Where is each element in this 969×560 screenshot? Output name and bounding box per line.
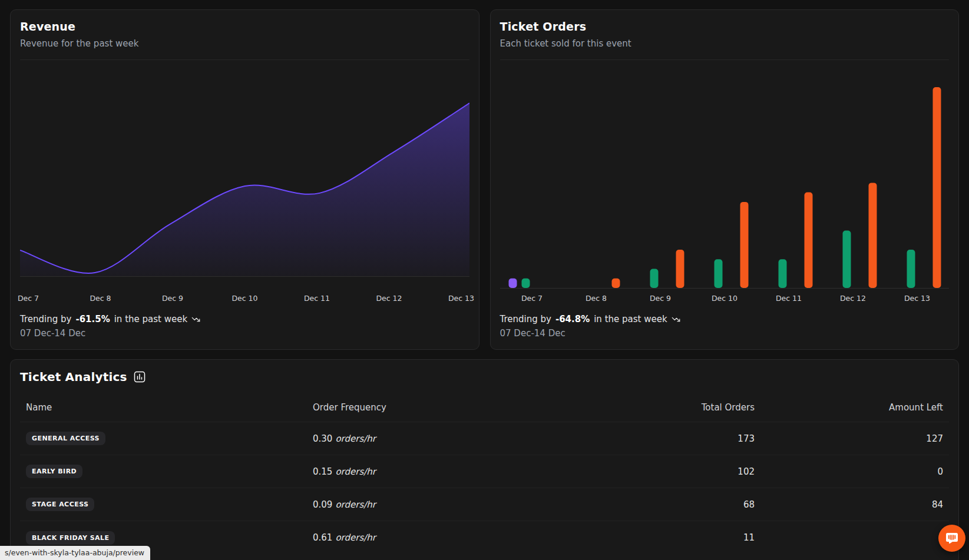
revenue-trend-text: Trending by -61.5% in the past week	[20, 313, 469, 326]
ticket-orders-date-range: 07 Dec-14 Dec	[500, 327, 950, 340]
x-axis-label: Dec 11	[776, 294, 802, 303]
revenue-area-chart	[20, 59, 469, 277]
ticket-analytics-header: Ticket Analytics	[20, 369, 949, 385]
x-axis-label: Dec 8	[586, 294, 607, 303]
trend-value: -61.5%	[75, 313, 110, 326]
x-axis-label: Dec 9	[650, 294, 671, 303]
total-orders-value: 173	[578, 433, 755, 444]
column-header-name: Name	[26, 402, 313, 413]
link-preview-status-bar: s/even-with-skyla-tylaa-abuja/preview	[0, 546, 150, 560]
trend-suffix: in the past week	[114, 313, 187, 326]
total-orders-value: 11	[578, 532, 755, 543]
chat-launcher-button[interactable]	[938, 525, 965, 552]
total-orders-value: 68	[578, 499, 755, 510]
ticket-orders-card: Ticket Orders Each ticket sold for this …	[490, 9, 960, 350]
order-frequency-value: 0.09	[313, 499, 332, 510]
order-frequency-unit: orders/hr	[335, 433, 376, 444]
revenue-date-range: 07 Dec-14 Dec	[20, 327, 469, 340]
ticket-name-badge: GENERAL ACCESS	[26, 432, 105, 445]
amount-left-value: 0	[755, 466, 943, 477]
ticket-analytics-card: Ticket Analytics Name Order Frequency To…	[10, 359, 959, 560]
order-frequency-unit: orders/hr	[335, 532, 376, 543]
table-row: STAGE ACCESS 0.09orders/hr 68 84	[20, 488, 949, 521]
x-axis-label: Dec 13	[448, 294, 474, 303]
table-row: EARLY BIRD 0.15orders/hr 102 0	[20, 455, 949, 488]
x-axis-label: Dec 13	[904, 294, 930, 303]
column-header-amount-left: Amount Left	[755, 402, 943, 413]
order-frequency-value: 0.15	[313, 466, 332, 477]
amount-left-value: 127	[755, 433, 943, 444]
trend-prefix: Trending by	[20, 313, 71, 326]
column-header-total-orders: Total Orders	[578, 402, 755, 413]
revenue-card: Revenue Revenue for the past week Dec 7 …	[10, 9, 479, 350]
x-axis-label: Dec 9	[162, 294, 183, 303]
amount-left-value: 84	[755, 499, 943, 510]
x-axis-label: Dec 12	[840, 294, 866, 303]
x-axis-label: Dec 11	[304, 294, 330, 303]
order-frequency-value: 0.61	[313, 532, 332, 543]
intercom-messenger-icon	[945, 531, 959, 545]
revenue-card-title: Revenue	[20, 19, 469, 34]
order-frequency-unit: orders/hr	[335, 499, 376, 510]
x-axis-label: Dec 12	[376, 294, 402, 303]
revenue-x-axis: Dec 7 Dec 8 Dec 9 Dec 10 Dec 11 Dec 12 D…	[20, 294, 469, 303]
table-row: BLACK FRIDAY SALE 0.61orders/hr 11	[20, 521, 949, 554]
total-orders-value: 102	[578, 466, 755, 477]
x-axis-label: Dec 8	[90, 294, 111, 303]
ticket-orders-bar-chart	[500, 59, 950, 289]
table-row: GENERAL ACCESS 0.30orders/hr 173 127	[20, 422, 949, 455]
dashboard-page: Revenue Revenue for the past week Dec 7 …	[0, 0, 969, 560]
ticket-name-badge: EARLY BIRD	[26, 465, 82, 478]
revenue-card-subtitle: Revenue for the past week	[20, 37, 469, 50]
trend-value: -64.8%	[555, 313, 590, 326]
order-frequency-value: 0.30	[313, 433, 332, 444]
ticket-orders-card-subtitle: Each ticket sold for this event	[500, 37, 950, 50]
trend-suffix: in the past week	[594, 313, 667, 326]
order-frequency-unit: orders/hr	[335, 466, 376, 477]
column-header-order-frequency: Order Frequency	[313, 402, 578, 413]
ticket-name-badge: STAGE ACCESS	[26, 498, 94, 511]
x-axis-label: Dec 10	[231, 294, 257, 303]
ticket-orders-x-axis: Dec 7 Dec 8 Dec 9 Dec 10 Dec 11 Dec 12 D…	[500, 294, 950, 303]
ticket-name-badge: BLACK FRIDAY SALE	[26, 531, 115, 545]
table-header: Name Order Frequency Total Orders Amount…	[20, 393, 949, 422]
ticket-orders-card-title: Ticket Orders	[500, 19, 950, 34]
trending-down-icon	[672, 315, 680, 324]
x-axis-label: Dec 7	[521, 294, 543, 303]
x-axis-label: Dec 7	[18, 294, 39, 303]
charts-row: Revenue Revenue for the past week Dec 7 …	[10, 9, 959, 350]
x-axis-label: Dec 10	[712, 294, 738, 303]
trend-prefix: Trending by	[500, 313, 551, 326]
ticket-analytics-title: Ticket Analytics	[20, 369, 127, 385]
bar-chart-icon	[134, 371, 145, 383]
trending-down-icon	[191, 315, 200, 324]
ticket-orders-trend-text: Trending by -64.8% in the past week	[500, 313, 950, 326]
